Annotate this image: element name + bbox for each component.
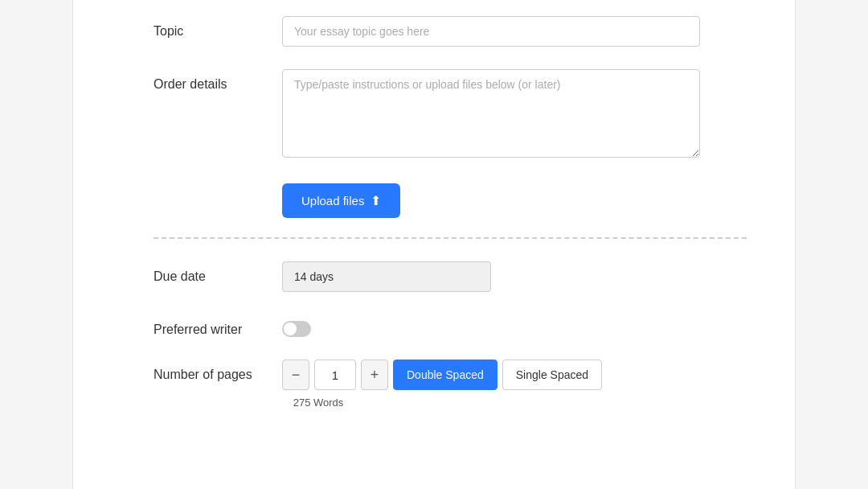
preferred-writer-row: Preferred writer <box>154 314 747 337</box>
words-label: 275 Words <box>282 397 354 409</box>
order-details-field-wrapper <box>282 69 700 161</box>
preferred-writer-label: Preferred writer <box>154 314 282 337</box>
pages-increment-button[interactable]: + <box>361 360 388 390</box>
number-of-pages-row: Number of pages − + Double Spaced Single… <box>154 360 747 409</box>
single-spaced-button[interactable]: Single Spaced <box>502 360 602 390</box>
upload-row: Upload files ⬆ <box>282 183 747 218</box>
topic-input[interactable] <box>282 16 700 47</box>
double-spaced-button[interactable]: Double Spaced <box>393 360 497 390</box>
form-container: Topic Order details Upload files ⬆ Due d… <box>72 0 796 489</box>
order-details-row: Order details <box>154 69 747 161</box>
due-date-row: Due date <box>154 261 747 292</box>
due-date-label: Due date <box>154 261 282 284</box>
number-of-pages-label: Number of pages <box>154 360 282 382</box>
topic-row: Topic <box>154 16 747 47</box>
pages-row: − + Double Spaced Single Spaced <box>282 360 602 390</box>
upload-icon: ⬆ <box>371 193 381 208</box>
preferred-writer-toggle-wrapper <box>282 314 311 337</box>
pages-control-wrapper: − + Double Spaced Single Spaced 275 Word… <box>282 360 602 409</box>
upload-files-button[interactable]: Upload files ⬆ <box>282 183 400 218</box>
due-date-field-wrapper <box>282 261 700 292</box>
pages-input[interactable] <box>314 360 356 390</box>
upload-files-label: Upload files <box>301 194 364 208</box>
order-details-input[interactable] <box>282 69 700 158</box>
order-details-label: Order details <box>154 69 282 92</box>
section-divider <box>154 237 747 239</box>
due-date-input[interactable] <box>282 261 491 292</box>
topic-label: Topic <box>154 16 282 39</box>
preferred-writer-toggle[interactable] <box>282 321 311 337</box>
pages-decrement-button[interactable]: − <box>282 360 309 390</box>
topic-field-wrapper <box>282 16 700 47</box>
